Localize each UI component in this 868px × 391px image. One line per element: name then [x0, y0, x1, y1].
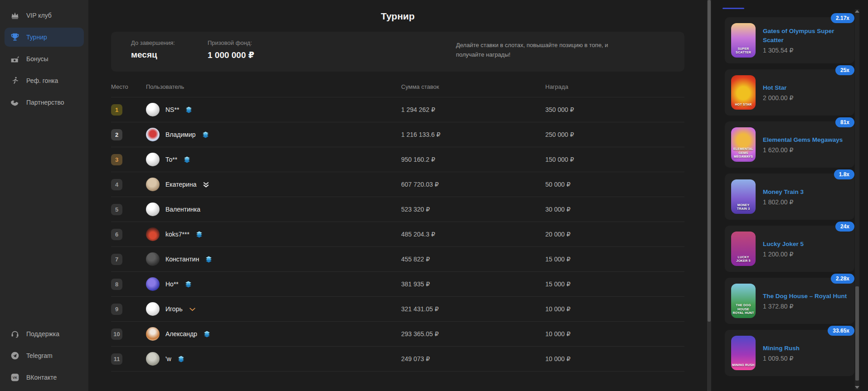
game-thumbnail[interactable]: LUCKY JOKER 5: [731, 232, 756, 266]
game-thumbnail[interactable]: MONEY TRAIN 3: [731, 179, 756, 214]
reward: 10 000 ₽: [545, 355, 684, 362]
crown-icon: [10, 11, 19, 20]
game-title[interactable]: Lucky Joker 5: [763, 240, 804, 249]
bets-sum: 381 935 ₽: [401, 280, 545, 288]
user-name: Александр: [165, 330, 197, 338]
user-name: koks7***: [165, 231, 189, 238]
game-thumbnail[interactable]: SUPER SCATTER: [731, 23, 756, 58]
sidebar-item-label: ВКонтакте: [26, 374, 57, 381]
sidebar-item-label: Telegram: [26, 352, 53, 359]
sidebar-item-label: Бонусы: [26, 55, 48, 63]
win-card[interactable]: 2.17x SUPER SCATTER Gates of Olympus Sup…: [725, 17, 854, 63]
page-scrollbar-thumb[interactable]: [708, 0, 711, 322]
level-badge-icon: [184, 280, 192, 288]
user-name: Екатерина: [165, 181, 196, 188]
partnership-icon: [10, 98, 19, 107]
game-title[interactable]: Elemental Gems Megaways: [763, 135, 843, 145]
avatar: [146, 352, 160, 366]
table-row-partial: [111, 371, 684, 375]
win-amount: 1 009.50 ₽: [763, 355, 800, 362]
panel-scrollbar[interactable]: [855, 9, 859, 390]
game-title[interactable]: Mining Rush: [763, 344, 800, 353]
table-row: 11 'w 249 073 ₽ 10 000 ₽: [111, 346, 684, 371]
latest-wins-panel: 2.17x SUPER SCATTER Gates of Olympus Sup…: [711, 0, 868, 391]
bonuses-icon: [10, 54, 19, 63]
user-name: NS**: [165, 106, 179, 113]
avatar: [146, 128, 160, 141]
sidebar-item-bonuses[interactable]: Бонусы: [5, 49, 84, 68]
prize-fund-value: 1 000 000 ₽: [208, 50, 254, 60]
avatar: [146, 302, 160, 316]
game-thumbnail-label: SUPER SCATTER: [731, 47, 756, 58]
reward: 50 000 ₽: [545, 181, 684, 188]
reward: 30 000 ₽: [545, 206, 684, 213]
user-name: Но**: [165, 280, 179, 288]
sidebar: VIP клуб Турнир Бонусы Реф. гонка Партне…: [0, 0, 88, 391]
reward: 15 000 ₽: [545, 280, 684, 288]
user-name: 'w: [165, 355, 171, 362]
avatar: [146, 153, 160, 166]
scroll-up-arrow-icon[interactable]: [855, 10, 859, 13]
header-place: Место: [111, 83, 146, 90]
ends-in-label: До завершения:: [131, 39, 175, 46]
win-amount: 1 200.00 ₽: [763, 251, 804, 258]
referral-race-icon: [10, 76, 19, 85]
sidebar-item-vkontakte[interactable]: VK ВКонтакте: [5, 368, 84, 387]
sidebar-item-vip-club[interactable]: VIP клуб: [5, 6, 84, 25]
rank-badge: 3: [111, 154, 122, 165]
win-card[interactable]: 2.28x THE DOG HOUSE ROYAL HUNT The Dog H…: [725, 278, 854, 324]
game-thumbnail[interactable]: ELEMENTAL GEMS MEGAWAYS: [731, 127, 756, 162]
level-badge-icon: [177, 355, 185, 363]
sidebar-item-partnership[interactable]: Партнерство: [5, 93, 84, 112]
multiplier-badge: 1.8x: [834, 169, 854, 179]
level-badge-icon: [202, 181, 210, 188]
sidebar-item-referral-race[interactable]: Реф. гонка: [5, 71, 84, 90]
bets-sum: 455 822 ₽: [401, 256, 545, 263]
win-info: Lucky Joker 5 1 200.00 ₽: [763, 240, 804, 258]
ends-in-stat: До завершения: месяц: [131, 39, 175, 60]
win-card[interactable]: 24x LUCKY JOKER 5 Lucky Joker 5 1 200.00…: [725, 226, 854, 272]
scroll-down-arrow-icon[interactable]: [855, 386, 859, 389]
win-card[interactable]: 81x ELEMENTAL GEMS MEGAWAYS Elemental Ge…: [725, 121, 854, 168]
win-amount: 1 305.54 ₽: [763, 47, 848, 54]
sidebar-item-telegram[interactable]: Telegram: [5, 346, 84, 365]
multiplier-badge: 24x: [835, 222, 854, 232]
sidebar-spacer: [0, 113, 88, 323]
table-row: 4 Екатерина 607 720.03 ₽ 50 000 ₽: [111, 172, 684, 197]
game-title[interactable]: Gates of Olympus Super Scatter: [763, 27, 848, 44]
avatar: [146, 103, 160, 116]
game-thumbnail[interactable]: THE DOG HOUSE ROYAL HUNT: [731, 284, 756, 318]
win-info: Money Train 3 1 802.00 ₽: [763, 188, 804, 206]
user-name: Валентинка: [165, 206, 200, 213]
header-reward: Награда: [545, 83, 684, 90]
win-info: Elemental Gems Megaways 1 620.00 ₽: [763, 135, 843, 154]
win-info: The Dog House – Royal Hunt 1 372.80 ₽: [763, 292, 847, 310]
game-title[interactable]: The Dog House – Royal Hunt: [763, 292, 847, 301]
sidebar-item-label: Реф. гонка: [26, 77, 58, 84]
game-thumbnail-label: LUCKY JOKER 5: [731, 256, 756, 266]
game-thumbnail[interactable]: HOT STAR: [731, 75, 756, 110]
game-title[interactable]: Hot Star: [763, 83, 793, 92]
multiplier-badge: 2.17x: [831, 13, 854, 23]
game-thumbnail-label: MINING RUSH: [731, 363, 755, 370]
game-thumbnail[interactable]: MINING RUSH: [731, 336, 756, 370]
panel-scrollbar-thumb[interactable]: [855, 286, 859, 381]
table-row: 10 Александр 293 365.05 ₽ 10 000 ₽: [111, 321, 684, 346]
rank-badge: 4: [111, 179, 122, 190]
game-title[interactable]: Money Train 3: [763, 188, 804, 197]
bets-sum: 293 365.05 ₽: [401, 330, 545, 338]
user-name: Константин: [165, 256, 199, 263]
sidebar-item-tournament[interactable]: Турнир: [5, 28, 84, 47]
multiplier-badge: 2.28x: [831, 274, 854, 284]
page-scrollbar[interactable]: [707, 0, 711, 391]
table-row: 6 koks7*** 485 204.3 ₽ 20 000 ₽: [111, 222, 684, 246]
avatar: [146, 203, 160, 216]
win-card[interactable]: 1.8x MONEY TRAIN 3 Money Train 3 1 802.0…: [725, 174, 854, 220]
win-card[interactable]: 33.65x MINING RUSH Mining Rush 1 009.50 …: [725, 330, 854, 376]
level-badge-icon: [202, 131, 209, 139]
table-row: 5 Валентинка 523 320 ₽ 30 000 ₽: [111, 197, 684, 222]
win-card[interactable]: 25x HOT STAR Hot Star 2 000.00 ₽: [725, 69, 854, 116]
sidebar-item-support[interactable]: Поддержка: [5, 324, 84, 343]
win-info: Gates of Olympus Super Scatter 1 305.54 …: [763, 27, 848, 54]
rank-badge: 10: [111, 328, 122, 340]
